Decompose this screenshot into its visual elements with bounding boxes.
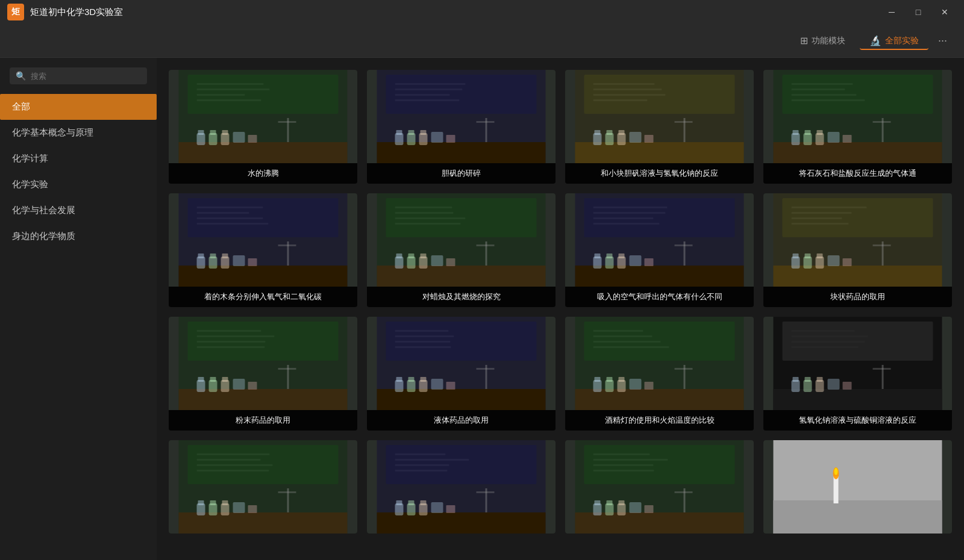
- svg-rect-234: [431, 502, 443, 513]
- titlebar: 矩 矩道初中化学3D实验室 ─ □ ✕: [0, 0, 964, 24]
- svg-rect-148: [222, 377, 228, 382]
- experiment-card-13[interactable]: 🔒: [169, 440, 357, 534]
- svg-rect-87: [395, 207, 452, 208]
- svg-rect-70: [197, 207, 263, 208]
- svg-rect-67: [873, 121, 891, 123]
- experiment-card-10[interactable]: 🔒液体药品的取用: [367, 317, 556, 431]
- svg-rect-248: [607, 500, 613, 505]
- search-input[interactable]: [31, 72, 141, 81]
- card-title: 胆矾的研碎: [367, 163, 556, 184]
- svg-rect-39: [593, 99, 648, 101]
- svg-rect-13: [233, 132, 245, 143]
- minimize-button[interactable]: ─: [880, 4, 904, 20]
- experiment-card-8[interactable]: 🔒块状药品的取用: [763, 193, 952, 307]
- sidebar-item-all[interactable]: 全部: [0, 94, 157, 120]
- card-thumbnail: 🔒: [763, 317, 952, 410]
- svg-rect-121: [792, 207, 867, 208]
- svg-rect-226: [395, 470, 448, 471]
- sidebar-item-basic-label: 化学基本概念与原理: [12, 127, 93, 137]
- experiment-card-16[interactable]: [763, 440, 952, 534]
- svg-rect-231: [408, 500, 415, 505]
- card-title: 将石灰石和盐酸反应生成的气体通: [763, 163, 952, 184]
- close-button[interactable]: ✕: [933, 4, 957, 20]
- svg-rect-20: [395, 89, 463, 90]
- tab-all[interactable]: 🔬 全部实验: [860, 31, 928, 50]
- tab-function[interactable]: ⊞ 功能模块: [790, 31, 855, 50]
- svg-rect-200: [828, 379, 840, 390]
- svg-rect-150: [248, 382, 257, 390]
- svg-rect-216: [222, 500, 228, 505]
- svg-rect-90: [395, 223, 461, 225]
- sidebar-item-around[interactable]: 身边的化学物质: [0, 223, 157, 249]
- svg-rect-80: [222, 254, 228, 258]
- card-thumbnail: [763, 440, 952, 534]
- svg-rect-199: [817, 377, 823, 382]
- main-layout: 🔍 全部 化学基本概念与原理 化学计算 化学实验 化学与社会发展 身边的化学物质: [0, 58, 964, 560]
- experiment-card-2[interactable]: 🔒胆矾的研碎: [367, 70, 556, 184]
- experiment-card-12[interactable]: 🔒氢氧化钠溶液与硫酸铜溶液的反应: [763, 317, 952, 431]
- svg-rect-169: [477, 368, 495, 370]
- sidebar-item-exp[interactable]: 化学实验: [0, 172, 157, 198]
- svg-rect-135: [873, 244, 891, 246]
- svg-rect-114: [619, 254, 625, 258]
- svg-rect-25: [396, 130, 402, 135]
- svg-rect-158: [395, 346, 451, 348]
- svg-rect-82: [248, 258, 257, 266]
- svg-rect-38: [593, 94, 666, 96]
- svg-rect-172: [593, 330, 643, 332]
- svg-rect-252: [645, 505, 654, 513]
- svg-rect-53: [792, 83, 853, 85]
- nav-more-button[interactable]: ···: [933, 32, 952, 49]
- svg-rect-155: [395, 330, 449, 332]
- svg-rect-166: [431, 379, 443, 390]
- svg-rect-99: [446, 258, 455, 266]
- svg-rect-139: [197, 335, 275, 337]
- svg-rect-118: [675, 244, 693, 246]
- maximize-button[interactable]: □: [906, 4, 930, 20]
- search-box[interactable]: 🔍: [10, 67, 147, 84]
- svg-rect-161: [396, 377, 402, 382]
- svg-rect-44: [607, 130, 613, 135]
- experiment-card-6[interactable]: 🔒对蜡烛及其燃烧的探究: [367, 193, 556, 307]
- svg-rect-64: [828, 132, 840, 143]
- svg-rect-106: [593, 217, 654, 219]
- svg-rect-237: [477, 491, 495, 493]
- experiment-card-1[interactable]: 🔒水的沸腾: [169, 70, 357, 184]
- svg-rect-175: [593, 346, 669, 348]
- svg-rect-55: [792, 94, 857, 96]
- experiment-grid: 🔒水的沸腾: [169, 70, 952, 534]
- svg-rect-98: [431, 255, 443, 266]
- experiment-card-7[interactable]: 🔒吸入的空气和呼出的气体有什么不同: [565, 193, 754, 307]
- experiment-card-4[interactable]: 🔒将石灰石和盐酸反应生成的气体通: [763, 70, 952, 184]
- svg-rect-6: [179, 142, 348, 163]
- svg-rect-208: [197, 464, 273, 466]
- experiment-card-3[interactable]: 🔒和小块胆矾溶液与氢氧化钠的反应: [565, 70, 754, 184]
- sidebar-item-society[interactable]: 化学与社会发展: [0, 198, 157, 223]
- svg-rect-229: [396, 500, 402, 505]
- experiment-card-15[interactable]: 🔒: [565, 440, 754, 534]
- svg-rect-184: [645, 382, 654, 390]
- experiment-card-9[interactable]: 🔒粉末药品的取用: [169, 317, 357, 431]
- experiment-card-11[interactable]: 🔒酒精灯的使用和火焰温度的比较: [565, 317, 754, 431]
- svg-rect-71: [197, 212, 249, 214]
- svg-rect-21: [395, 94, 450, 96]
- card-thumbnail: 🔒: [169, 440, 357, 534]
- svg-rect-110: [595, 254, 601, 258]
- svg-rect-173: [593, 335, 653, 337]
- svg-rect-257: [834, 476, 839, 503]
- svg-rect-132: [828, 255, 840, 266]
- svg-rect-107: [593, 223, 660, 225]
- svg-rect-78: [210, 254, 216, 258]
- sidebar-item-all-label: 全部: [12, 101, 30, 111]
- svg-rect-4: [197, 94, 245, 96]
- svg-rect-74: [179, 266, 348, 287]
- experiment-card-14[interactable]: 🔒: [367, 440, 556, 534]
- experiment-card-5[interactable]: 🔒着的木条分别伸入氧气和二氧化碳: [169, 193, 357, 307]
- svg-rect-93: [396, 254, 402, 258]
- sidebar-item-calc[interactable]: 化学计算: [0, 146, 157, 172]
- svg-rect-72: [197, 217, 263, 219]
- card-thumbnail: 🔒: [169, 70, 357, 163]
- sidebar-item-basic[interactable]: 化学基本概念与原理: [0, 120, 157, 146]
- app-title: 矩道初中化学3D实验室: [30, 7, 123, 18]
- card-thumbnail: 🔒: [169, 317, 357, 410]
